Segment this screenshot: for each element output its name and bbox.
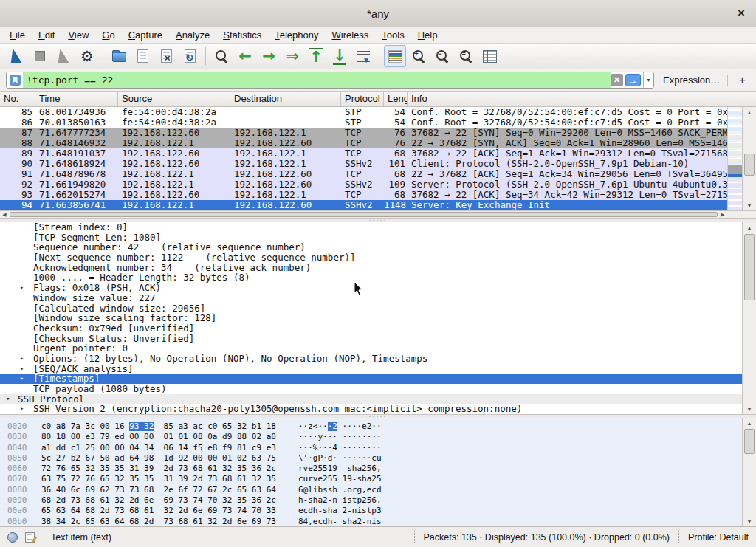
menu-telephony[interactable]: Telephony [268,27,325,43]
stop-capture-button[interactable] [29,45,51,67]
scroll-down-icon[interactable]: ▼ [743,516,756,526]
packet-row[interactable]: 8971.648191037192.168.122.60192.168.122.… [0,148,727,159]
go-back-button[interactable]: ← [234,45,256,67]
detail-line[interactable]: [Stream index: 0] [0,222,743,233]
scroll-left-icon[interactable]: ◀ [0,211,9,218]
column-header-info[interactable]: Info [408,92,756,106]
resize-columns-button[interactable] [478,45,501,67]
filter-expression-text[interactable]: !tcp.port == 22 [27,75,113,86]
go-last-button[interactable]: ↓ [329,45,351,67]
packet-row[interactable]: 9271.661949820192.168.122.1192.168.122.6… [0,179,727,190]
packet-row[interactable]: 8670.013850163fe:54:00:d4:38:2aSTP54Conf… [0,117,727,128]
expert-info-icon[interactable] [7,532,18,543]
hex-row[interactable]: 003080 18 00 e3 79 ed 00 00 01 01 08 0a … [7,432,756,442]
hex-row[interactable]: 00505c 27 b2 67 50 ad 64 98 1d 92 00 00 … [7,453,756,464]
menu-capture[interactable]: Capture [122,27,169,43]
hex-row[interactable]: 0020c0 a8 7a 3c 00 16 93 32 85 a3 ac c0 … [7,422,756,432]
scroll-up-icon[interactable]: ▲ [743,107,756,117]
column-header-destination[interactable]: Destination [230,92,341,106]
auto-scroll-button[interactable]: ▼ [352,45,374,67]
zoom-out-button[interactable]: − [431,45,453,67]
menu-edit[interactable]: Edit [32,27,61,43]
hex-row[interactable]: 00b038 34 2c 65 63 64 68 2d 73 68 61 32 … [7,517,756,526]
packet-row[interactable]: 9471.663856741192.168.122.1192.168.122.6… [0,200,727,210]
packet-row[interactable]: 8871.648146932192.168.122.1192.168.122.6… [0,138,727,148]
packet-list-minimap[interactable] [727,107,742,210]
column-header-protocol[interactable]: Protocol [341,92,384,106]
scroll-down-icon[interactable]: ▼ [743,200,756,210]
column-header-no[interactable]: No. [0,92,35,106]
titlebar[interactable]: *any × [0,0,756,27]
scrollbar-thumb[interactable] [744,429,755,454]
detail-line[interactable]: [Next sequence number: 1122 (relative se… [0,252,743,263]
menu-file[interactable]: File [3,27,32,43]
hex-row[interactable]: 009068 2d 73 68 61 32 2d 6e 69 73 74 70 … [7,495,756,506]
packet-row[interactable]: 9371.662015274192.168.122.60192.168.122.… [0,190,727,200]
zoom-reset-button[interactable]: = [455,45,477,67]
detail-line[interactable]: ▸[Timestamps] [0,374,743,384]
apply-filter-button[interactable]: → [625,74,641,86]
hscrollbar-thumb[interactable] [10,212,718,217]
detail-line[interactable]: Sequence number: 42 (relative sequence n… [0,242,743,252]
hex-row[interactable]: 00a065 63 64 68 2d 73 68 61 32 2d 6e 69 … [7,506,756,516]
start-capture-button[interactable] [5,45,27,67]
detail-line[interactable]: Acknowledgment number: 34 (relative ack … [0,263,743,273]
go-forward-button[interactable]: → [258,45,280,67]
packet-row[interactable]: 9171.648789678192.168.122.1192.168.122.6… [0,169,727,179]
detail-line[interactable]: Window size value: 227 [0,293,743,303]
detail-line[interactable]: Checksum: 0x79ed [unverified] [0,323,743,334]
detail-line[interactable]: TCP payload (1080 bytes) [0,384,743,394]
find-packet-button[interactable] [210,45,233,67]
save-file-button[interactable] [131,45,154,67]
profile-label[interactable]: Profile: Default [688,532,749,543]
hex-row[interactable]: 008036 40 6c 69 62 73 73 68 2e 6f 72 67 … [7,485,756,495]
menu-go[interactable]: Go [95,27,121,43]
detail-line[interactable]: [Calculated window size: 29056] [0,303,743,314]
menu-analyze[interactable]: Analyze [169,27,216,43]
column-header-length[interactable]: Length [384,92,408,106]
column-header-time[interactable]: Time [35,92,118,106]
detail-line[interactable]: ▸Options: (12 bytes), No-Operation (NOP)… [0,354,743,364]
packet-row[interactable]: 8568.001734936fe:54:00:d4:38:2aSTP54Conf… [0,107,727,117]
expression-button[interactable]: Expression… [663,75,720,86]
detail-line[interactable]: ▸Flags: 0x018 (PSH, ACK) [0,283,743,293]
scroll-up-icon[interactable]: ▲ [743,418,756,428]
filter-history-dropdown[interactable]: ▼ [643,72,653,88]
go-to-packet-button[interactable]: ⇒ [281,45,303,67]
hex-row[interactable]: 0040a1 dd c1 25 00 00 04 34 06 14 f5 e8 … [7,443,756,453]
clear-filter-button[interactable]: ✕ [611,74,623,86]
menu-wireless[interactable]: Wireless [326,27,376,43]
packet-row[interactable]: 9071.648618924192.168.122.60192.168.122.… [0,159,727,169]
detail-line[interactable]: Urgent pointer: 0 [0,343,743,354]
zoom-in-button[interactable]: + [408,45,430,67]
detail-line[interactable]: [Window size scaling factor: 128] [0,313,743,323]
details-vscrollbar[interactable]: ▲ ▼ [742,222,756,414]
capture-options-button[interactable]: ⚙ [76,45,98,67]
menu-statistics[interactable]: Statistics [216,27,268,43]
colorize-button[interactable] [384,45,406,67]
scrollbar-thumb[interactable] [744,234,755,300]
detail-line[interactable]: ▾SSH Protocol [0,394,743,405]
close-file-button[interactable]: × [155,45,177,67]
scroll-down-icon[interactable]: ▼ [743,404,756,414]
scroll-right-icon[interactable]: ▶ [718,211,727,218]
scroll-up-icon[interactable]: ▲ [743,222,756,233]
packet-row[interactable]: 8771.647777234192.168.122.60192.168.122.… [0,128,727,138]
detail-line[interactable]: 1000 .... = Header Length: 32 bytes (8) [0,272,743,283]
menu-view[interactable]: View [61,27,95,43]
bytes-vscrollbar[interactable]: ▲ ▼ [742,418,756,526]
reload-button[interactable]: ↻ [179,45,201,67]
restart-capture-button[interactable] [52,45,75,67]
hex-row[interactable]: 007063 75 72 76 65 32 35 35 31 39 2d 73 … [7,474,756,484]
open-file-button[interactable] [108,45,130,67]
scrollbar-thumb[interactable] [744,154,755,176]
packet-list-hscrollbar[interactable]: ◀ ▶ [0,210,727,218]
column-header-source[interactable]: Source [118,92,230,106]
detail-line[interactable]: [Checksum Status: Unverified] [0,334,743,344]
go-first-button[interactable]: ↑ [305,45,327,67]
capture-comment-icon[interactable] [25,532,35,543]
display-filter-input[interactable]: !tcp.port == 22 ✕ → ▼ [6,72,654,89]
add-filter-button[interactable]: + [735,74,749,87]
packet-list-vscrollbar[interactable]: ▲ ▼ [742,107,756,210]
detail-line[interactable]: [TCP Segment Len: 1080] [0,233,743,243]
